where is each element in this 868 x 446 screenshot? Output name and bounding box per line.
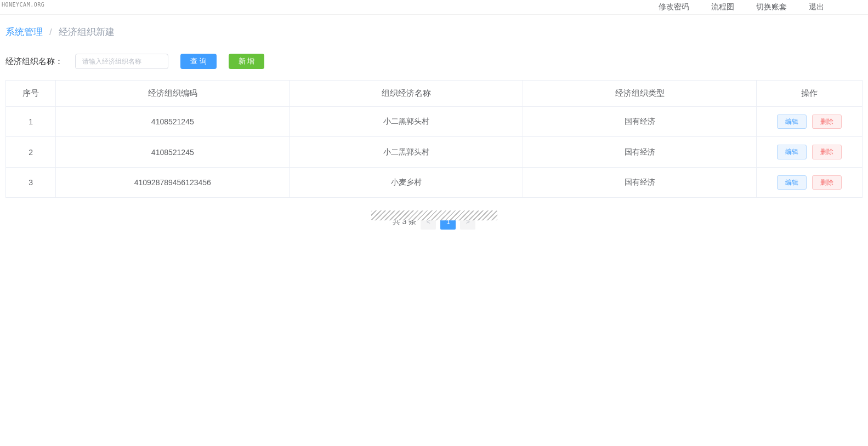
cell-actions: 编辑删除 (757, 167, 863, 197)
table-row: 14108521245小二黑郭头村国有经济编辑删除 (6, 107, 863, 137)
delete-button[interactable]: 删除 (812, 115, 842, 129)
table-header-row: 序号 经济组织编码 组织经济名称 经济组织类型 操作 (6, 81, 863, 107)
cell-name: 小二黑郭头村 (290, 107, 523, 137)
th-name: 组织经济名称 (290, 81, 523, 107)
nav-change-password[interactable]: 修改密码 (659, 2, 689, 12)
cell-name: 小麦乡村 (290, 167, 523, 197)
pagination: 共 3 条 < 1 > (0, 198, 868, 235)
cell-actions: 编辑删除 (757, 137, 863, 167)
cell-type: 国有经济 (523, 167, 757, 197)
query-button[interactable]: 查 询 (180, 54, 217, 69)
filter-label: 经济组织名称： (5, 56, 63, 67)
delete-button[interactable]: 删除 (812, 175, 842, 190)
table-row: 3410928789456123456小麦乡村国有经济编辑删除 (6, 167, 863, 197)
top-nav: 修改密码 流程图 切换账套 退出 (0, 0, 868, 15)
cell-seq: 1 (6, 107, 56, 137)
cell-seq: 3 (6, 167, 56, 197)
pagination-total: 共 3 条 (393, 217, 417, 227)
table-row: 24108521245小二黑郭头村国有经济编辑删除 (6, 137, 863, 167)
th-code: 经济组织编码 (56, 81, 290, 107)
th-type: 经济组织类型 (523, 81, 757, 107)
table-wrapper: 序号 经济组织编码 组织经济名称 经济组织类型 操作 14108521245小二… (0, 80, 868, 198)
breadcrumb-current: 经济组织新建 (59, 26, 115, 38)
th-action: 操作 (757, 81, 863, 107)
cell-type: 国有经济 (523, 137, 757, 167)
filter-bar: 经济组织名称： 查 询 新 增 (0, 49, 868, 80)
breadcrumb-separator: / (49, 27, 52, 38)
pagination-page-1[interactable]: 1 (440, 214, 456, 230)
org-table: 序号 经济组织编码 组织经济名称 经济组织类型 操作 14108521245小二… (5, 80, 863, 198)
edit-button[interactable]: 编辑 (777, 175, 807, 190)
th-seq: 序号 (6, 81, 56, 107)
cell-code: 4108521245 (56, 137, 290, 167)
breadcrumb: 系统管理 / 经济组织新建 (0, 15, 868, 49)
cell-actions: 编辑删除 (757, 107, 863, 137)
org-name-input[interactable] (75, 54, 168, 69)
pagination-next[interactable]: > (460, 214, 475, 230)
edit-button[interactable]: 编辑 (777, 115, 807, 129)
add-button[interactable]: 新 增 (229, 54, 265, 69)
breadcrumb-root[interactable]: 系统管理 (5, 26, 43, 38)
nav-flowchart[interactable]: 流程图 (711, 2, 734, 12)
cell-type: 国有经济 (523, 107, 757, 137)
edit-button[interactable]: 编辑 (777, 145, 807, 159)
pagination-prev[interactable]: < (421, 214, 436, 230)
cell-seq: 2 (6, 137, 56, 167)
cell-code: 4108521245 (56, 107, 290, 137)
delete-button[interactable]: 删除 (812, 145, 842, 159)
nav-switch-account[interactable]: 切换账套 (756, 2, 787, 12)
watermark: HONEYCAM.ORG (2, 2, 44, 8)
cell-name: 小二黑郭头村 (290, 137, 523, 167)
nav-exit[interactable]: 退出 (809, 2, 824, 12)
cell-code: 410928789456123456 (56, 167, 290, 197)
